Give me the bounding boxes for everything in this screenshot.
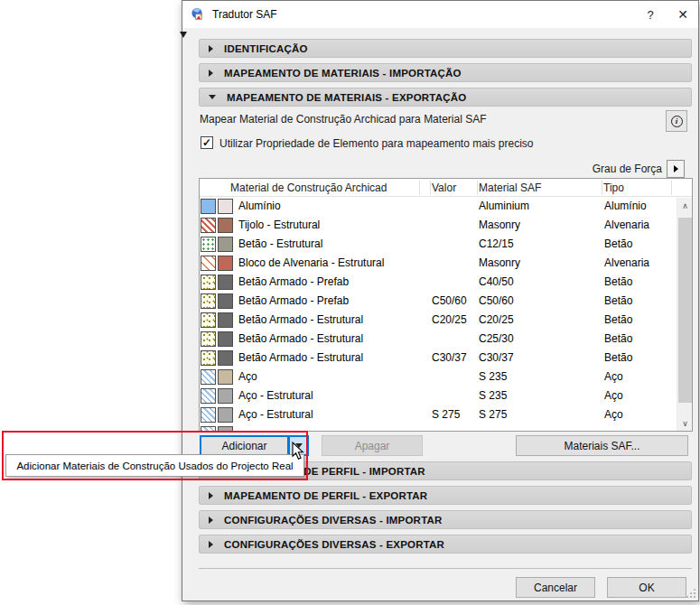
vertical-scrollbar[interactable]: ∧ ∨: [677, 198, 692, 431]
cell-material: Betão Armado - Prefab: [238, 275, 349, 288]
cut-fill-swatch[interactable]: [201, 218, 216, 233]
cell-tipo: Aço: [604, 408, 623, 421]
table-row[interactable]: Betão Armado - EstruturalC20/25C20/25Bet…: [200, 311, 692, 330]
table-row[interactable]: Betão Armado - EstruturalC30/37C30/37Bet…: [200, 349, 692, 368]
column-separator: [671, 181, 672, 195]
title-bar[interactable]: Tradutor SAF ? ✕: [182, 1, 698, 28]
close-button[interactable]: ✕: [667, 1, 698, 28]
surface-swatch[interactable]: [218, 350, 233, 366]
cut-fill-swatch[interactable]: [201, 426, 216, 432]
cell-material: Aço - Estrutural: [238, 389, 313, 402]
table-row[interactable]: Betão Armado - PrefabC50/60C50/60Betão: [200, 292, 692, 311]
cell-material: Aço - Estrutural: [238, 408, 313, 421]
table-row[interactable]: AlumínioAluminiumAlumínio: [200, 197, 692, 216]
resize-grip[interactable]: [686, 588, 695, 598]
section-label: MAPEAMENTO DE PERFIL - EXPORTAR: [224, 490, 427, 501]
section-configuracoes-diversas-exportar[interactable]: CONFIGURAÇÕES DIVERSAS - EXPORTAR: [199, 535, 692, 554]
panel-edge-marker-icon: [180, 32, 187, 38]
cell-valor: C50/60: [432, 294, 467, 307]
surface-swatch[interactable]: [218, 312, 233, 328]
cell-material-saf: C12/15: [479, 237, 514, 250]
cut-fill-swatch[interactable]: [201, 256, 216, 271]
table-row[interactable]: Betão Armado - PrefabC40/50Betão: [200, 273, 692, 292]
surface-swatch[interactable]: [218, 199, 233, 214]
cut-fill-swatch[interactable]: [201, 237, 216, 252]
use-property-checkbox[interactable]: ✓: [201, 136, 213, 149]
surface-swatch[interactable]: [218, 407, 233, 423]
cell-tipo: Betão: [604, 275, 632, 288]
table-row[interactable]: AçoS 235Aço: [200, 368, 692, 386]
materiais-saf-button[interactable]: Materiais SAF...: [516, 435, 688, 456]
surface-swatch[interactable]: [218, 426, 233, 432]
cut-fill-swatch[interactable]: [201, 350, 216, 366]
scroll-up-icon[interactable]: ∧: [677, 198, 693, 213]
checkmark-icon: ✓: [202, 137, 211, 148]
mouse-cursor-icon: [292, 442, 305, 461]
section-label: MAPEAMENTO DE MATERIAIS - EXPORTAÇÃO: [227, 92, 466, 103]
cut-fill-swatch[interactable]: [201, 275, 216, 290]
material-table-body: AlumínioAluminiumAlumínioTijolo - Estrut…: [200, 197, 692, 432]
table-row[interactable]: Aço - EstruturalS 275S 275Aço: [200, 405, 692, 424]
ok-button[interactable]: OK: [607, 577, 686, 598]
table-row[interactable]: Betão - EstruturalC12/15Betão: [200, 235, 692, 254]
chevron-right-icon: [209, 517, 213, 524]
adicionar-dropdown-menu-item[interactable]: Adicionar Materiais de Construção Usados…: [5, 454, 304, 477]
cell-material: Betão Armado - Prefab: [238, 294, 349, 307]
table-row[interactable]: Aço - EstruturalS 235Aço: [200, 386, 692, 405]
column-header-material-saf[interactable]: Material SAF: [479, 182, 541, 194]
cell-material: Alumínio: [238, 200, 281, 212]
use-property-label: Utilizar Propriedade de Elemento para ma…: [219, 137, 534, 150]
section-identificacao[interactable]: IDENTIFICAÇÃO: [199, 39, 692, 58]
cut-fill-swatch[interactable]: [201, 388, 216, 404]
surface-swatch[interactable]: [218, 388, 233, 404]
info-button[interactable]: i: [666, 110, 687, 132]
surface-swatch[interactable]: [218, 293, 233, 309]
cell-tipo: Betão: [604, 237, 632, 250]
cell-material: Betão Armado - Estrutural: [238, 332, 363, 345]
cell-valor: S 275: [432, 408, 460, 421]
scrollbar-thumb[interactable]: [678, 218, 692, 403]
cell-tipo: Betão: [604, 313, 632, 326]
chevron-right-icon: [209, 45, 213, 52]
help-button[interactable]: ?: [635, 1, 666, 28]
chevron-right-icon: [674, 165, 678, 172]
table-row-partial[interactable]: [200, 424, 692, 432]
grau-de-forca-button[interactable]: [667, 160, 685, 178]
table-header: Material de Construção Archicad Valor Ma…: [200, 179, 692, 197]
cell-material-saf: S 275: [479, 408, 507, 421]
adicionar-button[interactable]: Adicionar: [200, 435, 289, 456]
column-header-valor[interactable]: Valor: [432, 182, 456, 194]
section-label: IDENTIFICAÇÃO: [224, 43, 308, 54]
table-row[interactable]: Betão Armado - EstruturalC25/30Betão: [200, 330, 692, 349]
column-separator: [477, 181, 478, 195]
surface-swatch[interactable]: [218, 237, 233, 252]
cut-fill-swatch[interactable]: [201, 199, 216, 214]
table-row[interactable]: Bloco de Alvenaria - EstruturalMasonryAl…: [200, 254, 692, 273]
cut-fill-swatch[interactable]: [201, 407, 216, 423]
cut-fill-swatch[interactable]: [201, 369, 216, 385]
section-mapeamento-materiais-exportacao[interactable]: MAPEAMENTO DE MATERIAIS - EXPORTAÇÃO: [199, 88, 692, 107]
cancelar-button[interactable]: Cancelar: [516, 577, 595, 598]
surface-swatch[interactable]: [218, 331, 233, 347]
surface-swatch[interactable]: [218, 275, 233, 290]
apagar-button: Apagar: [322, 435, 423, 456]
cell-material: Tijolo - Estrutural: [238, 219, 320, 231]
cut-fill-swatch[interactable]: [201, 312, 216, 328]
table-row[interactable]: Tijolo - EstruturalMasonryAlvenaria: [200, 216, 692, 235]
column-header-tipo[interactable]: Tipo: [603, 182, 624, 194]
cut-fill-swatch[interactable]: [201, 331, 216, 347]
cell-tipo: Alumínio: [604, 200, 647, 212]
cell-tipo: Aço: [604, 389, 623, 402]
section-mapeamento-perfil-exportar[interactable]: MAPEAMENTO DE PERFIL - EXPORTAR: [199, 486, 692, 505]
cell-material-saf: C25/30: [479, 332, 514, 345]
chevron-right-icon: [209, 70, 213, 77]
footer-separator: [199, 568, 692, 569]
scroll-down-icon[interactable]: ∨: [677, 415, 693, 431]
surface-swatch[interactable]: [218, 218, 233, 233]
column-header-material[interactable]: Material de Construção Archicad: [230, 182, 387, 194]
surface-swatch[interactable]: [218, 369, 233, 385]
section-mapeamento-materiais-importacao[interactable]: MAPEAMENTO DE MATERIAIS - IMPORTAÇÃO: [199, 63, 692, 82]
section-configuracoes-diversas-importar[interactable]: CONFIGURAÇÕES DIVERSAS - IMPORTAR: [199, 510, 692, 529]
cut-fill-swatch[interactable]: [201, 293, 216, 309]
surface-swatch[interactable]: [218, 256, 233, 271]
